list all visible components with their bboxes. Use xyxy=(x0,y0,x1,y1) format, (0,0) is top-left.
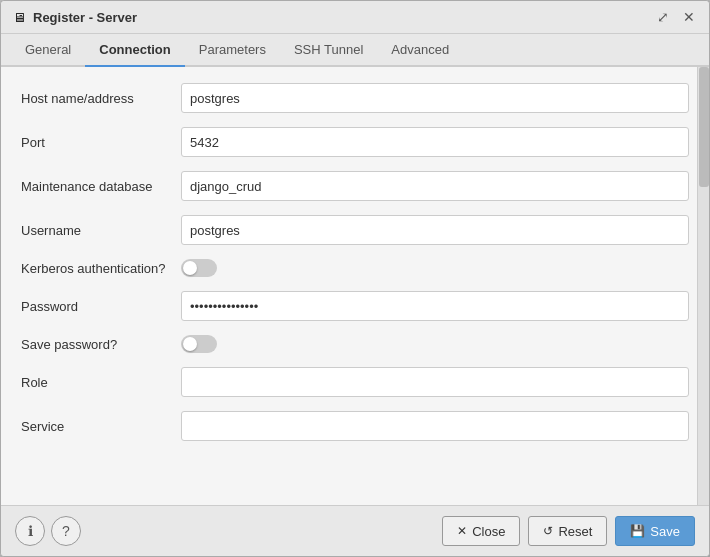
password-input[interactable] xyxy=(181,291,689,321)
save-password-toggle[interactable] xyxy=(181,335,217,353)
maintenance-db-input[interactable] xyxy=(181,171,689,201)
role-row: Role xyxy=(21,367,689,397)
dialog-window: 🖥 Register - Server ⤢ ✕ General Connecti… xyxy=(0,0,710,557)
tab-parameters[interactable]: Parameters xyxy=(185,34,280,67)
footer: ℹ ? ✕ Close ↺ Reset 💾 Save xyxy=(1,505,709,556)
role-label: Role xyxy=(21,375,181,390)
reset-label: Reset xyxy=(558,524,592,539)
maintenance-db-row: Maintenance database xyxy=(21,171,689,201)
port-label: Port xyxy=(21,135,181,150)
password-label: Password xyxy=(21,299,181,314)
scroll-thumb xyxy=(699,67,709,187)
save-label: Save xyxy=(650,524,680,539)
kerberos-thumb xyxy=(183,261,197,275)
save-password-label: Save password? xyxy=(21,337,181,352)
footer-left: ℹ ? xyxy=(15,516,81,546)
role-input[interactable] xyxy=(181,367,689,397)
save-password-track xyxy=(181,335,217,353)
close-label: Close xyxy=(472,524,505,539)
tab-bar: General Connection Parameters SSH Tunnel… xyxy=(1,34,709,67)
username-row: Username xyxy=(21,215,689,245)
form-content: Host name/address Port Maintenance datab… xyxy=(1,67,709,505)
save-password-thumb xyxy=(183,337,197,351)
port-row: Port xyxy=(21,127,689,157)
tab-ssh-tunnel[interactable]: SSH Tunnel xyxy=(280,34,377,67)
help-button[interactable]: ? xyxy=(51,516,81,546)
title-bar-controls: ⤢ ✕ xyxy=(653,7,699,27)
reset-button[interactable]: ↺ Reset xyxy=(528,516,607,546)
kerberos-row: Kerberos authentication? xyxy=(21,259,689,277)
service-label: Service xyxy=(21,419,181,434)
info-icon: ℹ xyxy=(28,523,33,539)
save-button[interactable]: 💾 Save xyxy=(615,516,695,546)
username-label: Username xyxy=(21,223,181,238)
expand-button[interactable]: ⤢ xyxy=(653,7,673,27)
kerberos-toggle[interactable] xyxy=(181,259,217,277)
close-icon: ✕ xyxy=(457,524,467,538)
username-input[interactable] xyxy=(181,215,689,245)
dialog-title: Register - Server xyxy=(33,10,137,25)
tab-connection[interactable]: Connection xyxy=(85,34,185,67)
close-button[interactable]: ✕ Close xyxy=(442,516,520,546)
server-icon: 🖥 xyxy=(11,9,27,25)
close-window-button[interactable]: ✕ xyxy=(679,7,699,27)
scroll-indicator xyxy=(697,67,709,505)
save-password-toggle-wrap xyxy=(181,335,217,353)
port-input[interactable] xyxy=(181,127,689,157)
service-input[interactable] xyxy=(181,411,689,441)
maintenance-db-label: Maintenance database xyxy=(21,179,181,194)
save-password-row: Save password? xyxy=(21,335,689,353)
save-icon: 💾 xyxy=(630,524,645,538)
kerberos-track xyxy=(181,259,217,277)
tab-general[interactable]: General xyxy=(11,34,85,67)
hostname-row: Host name/address xyxy=(21,83,689,113)
kerberos-toggle-wrap xyxy=(181,259,217,277)
kerberos-label: Kerberos authentication? xyxy=(21,261,181,276)
service-row: Service xyxy=(21,411,689,441)
help-icon: ? xyxy=(62,523,70,539)
hostname-input[interactable] xyxy=(181,83,689,113)
title-bar: 🖥 Register - Server ⤢ ✕ xyxy=(1,1,709,34)
hostname-label: Host name/address xyxy=(21,91,181,106)
footer-right: ✕ Close ↺ Reset 💾 Save xyxy=(442,516,695,546)
info-button[interactable]: ℹ xyxy=(15,516,45,546)
tab-advanced[interactable]: Advanced xyxy=(377,34,463,67)
reset-icon: ↺ xyxy=(543,524,553,538)
password-row: Password xyxy=(21,291,689,321)
title-bar-left: 🖥 Register - Server xyxy=(11,9,137,25)
